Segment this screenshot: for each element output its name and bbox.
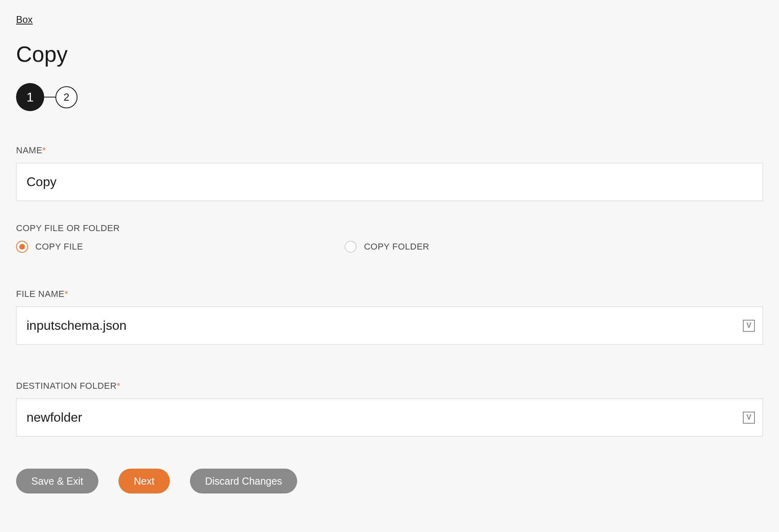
step-1[interactable]: 1	[16, 83, 44, 111]
form-group-destination-folder: DESTINATION FOLDER* V	[16, 381, 763, 437]
destination-folder-label: DESTINATION FOLDER*	[16, 381, 763, 391]
name-label: NAME*	[16, 145, 763, 156]
discard-changes-button[interactable]: Discard Changes	[190, 469, 298, 493]
variable-picker-icon[interactable]: V	[743, 320, 755, 332]
required-mark: *	[117, 381, 120, 391]
button-row: Save & Exit Next Discard Changes	[16, 469, 763, 493]
step-2[interactable]: 2	[55, 86, 77, 108]
file-name-label-text: FILE NAME	[16, 289, 65, 299]
destination-folder-label-text: DESTINATION FOLDER	[16, 381, 117, 391]
form-group-file-name: FILE NAME* V	[16, 289, 763, 345]
save-exit-button[interactable]: Save & Exit	[16, 469, 98, 493]
destination-folder-input-wrapper: V	[16, 398, 763, 437]
radio-circle-icon	[345, 241, 357, 253]
step-connector	[44, 97, 55, 97]
radio-option-copy-file[interactable]: COPY FILE	[16, 241, 345, 253]
required-mark: *	[43, 145, 46, 155]
radio-label-copy-folder: COPY FOLDER	[364, 242, 429, 252]
radio-dot-icon	[19, 244, 25, 250]
next-button[interactable]: Next	[118, 469, 169, 493]
name-label-text: NAME	[16, 145, 43, 155]
file-name-input-wrapper: V	[16, 307, 763, 345]
file-name-input[interactable]	[16, 307, 763, 345]
form-group-name: NAME*	[16, 145, 763, 201]
name-input[interactable]	[16, 163, 763, 201]
radio-group-copy-type: COPY FILE COPY FOLDER	[16, 241, 763, 253]
page-title: Copy	[16, 41, 763, 67]
required-mark: *	[65, 289, 68, 299]
copy-type-label: COPY FILE OR FOLDER	[16, 223, 763, 234]
variable-picker-icon[interactable]: V	[743, 412, 755, 424]
radio-circle-icon	[16, 241, 28, 253]
file-name-label: FILE NAME*	[16, 289, 763, 299]
radio-label-copy-file: COPY FILE	[35, 242, 83, 252]
breadcrumb-link-box[interactable]: Box	[16, 14, 33, 25]
destination-folder-input[interactable]	[16, 398, 763, 437]
stepper: 1 2	[16, 83, 763, 111]
radio-option-copy-folder[interactable]: COPY FOLDER	[345, 241, 673, 253]
form-group-copy-type: COPY FILE OR FOLDER COPY FILE COPY FOLDE…	[16, 223, 763, 253]
